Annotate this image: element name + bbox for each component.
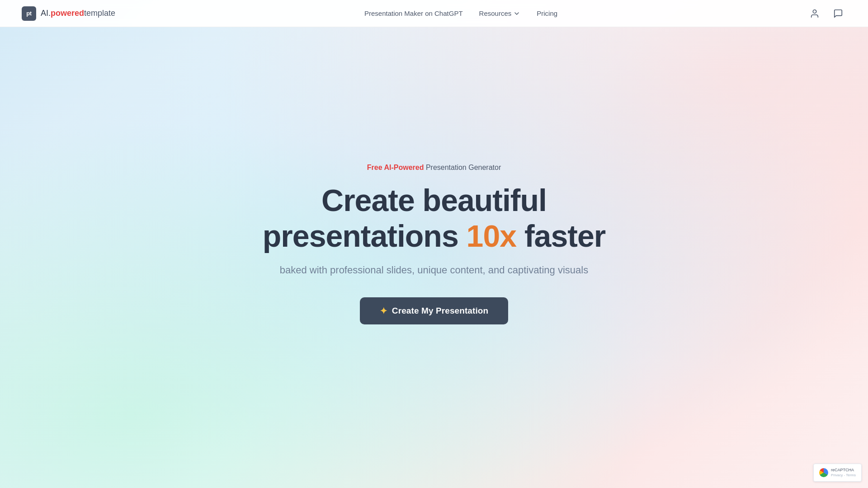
- user-account-button[interactable]: [807, 5, 823, 22]
- nav-links: Presentation Maker on ChatGPT Resources …: [364, 9, 557, 17]
- sparkle-icon: ✦: [380, 305, 387, 316]
- nav-link-presentation-maker[interactable]: Presentation Maker on ChatGPT: [364, 9, 463, 17]
- logo[interactable]: pt AI.poweredtemplate: [22, 6, 115, 21]
- cta-label: Create My Presentation: [392, 306, 488, 316]
- nav-link-pricing[interactable]: Pricing: [537, 9, 557, 17]
- chat-button[interactable]: [830, 5, 846, 22]
- nav-link-resources[interactable]: Resources: [479, 9, 521, 17]
- navbar: pt AI.poweredtemplate Presentation Maker…: [0, 0, 868, 27]
- recaptcha-logo-icon: [819, 468, 828, 477]
- hero-title: Create beautiful presentations 10x faste…: [249, 183, 619, 253]
- svg-point-0: [813, 9, 816, 13]
- hero-badge: Free AI-Powered Presentation Generator: [249, 164, 619, 172]
- hero-content: Free AI-Powered Presentation Generator C…: [231, 164, 637, 324]
- create-presentation-button[interactable]: ✦ Create My Presentation: [360, 297, 509, 324]
- recaptcha-text: reCAPTCHA Privacy - Terms: [831, 468, 856, 478]
- recaptcha-badge: reCAPTCHA Privacy - Terms: [813, 464, 862, 482]
- nav-icons: [807, 5, 846, 22]
- hero-section: Free AI-Powered Presentation Generator C…: [0, 0, 868, 488]
- hero-subtitle: baked with professional slides, unique c…: [249, 263, 619, 277]
- logo-text: AI.poweredtemplate: [41, 9, 115, 18]
- chevron-down-icon: [513, 10, 520, 17]
- logo-icon: pt: [22, 6, 36, 21]
